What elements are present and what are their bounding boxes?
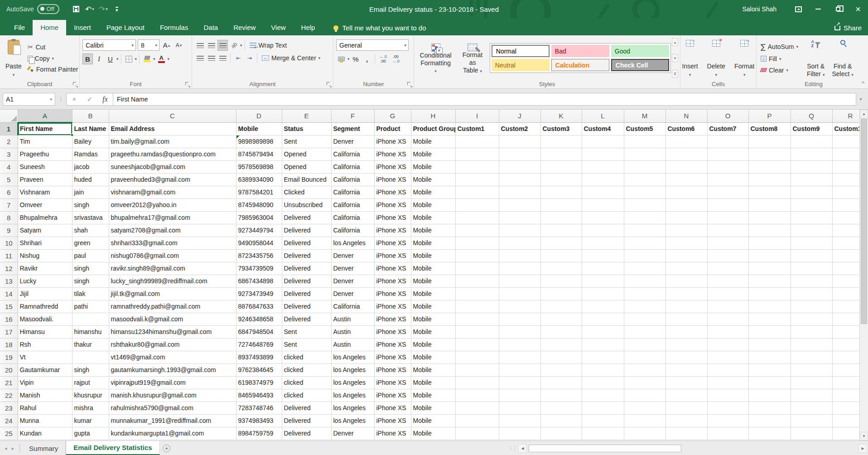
cell-F25[interactable]: Denver bbox=[331, 427, 374, 440]
tell-me-box[interactable]: Tell me what you want to do bbox=[333, 24, 426, 32]
cell-M24[interactable] bbox=[624, 414, 665, 427]
name-box[interactable]: A1▾ bbox=[3, 93, 55, 106]
cell-I4[interactable] bbox=[455, 160, 499, 173]
cell-K3[interactable] bbox=[540, 148, 582, 160]
cell-M11[interactable] bbox=[624, 249, 665, 262]
ribbon-display-options-button[interactable] bbox=[788, 0, 808, 18]
vertical-scroll-thumb[interactable] bbox=[861, 119, 867, 324]
cell-P11[interactable] bbox=[748, 249, 791, 262]
cell-A17[interactable]: Himansu bbox=[18, 325, 72, 338]
cancel-button[interactable]: × bbox=[67, 95, 82, 103]
cell-B15[interactable]: pathi bbox=[72, 300, 109, 313]
cell-O5[interactable] bbox=[707, 173, 748, 186]
cell-K18[interactable] bbox=[540, 338, 582, 351]
row-header-1[interactable]: 1 bbox=[0, 122, 18, 135]
column-header-N[interactable]: N bbox=[665, 110, 707, 122]
cell-F3[interactable]: California bbox=[331, 148, 374, 160]
row-header-18[interactable]: 18 bbox=[0, 338, 18, 351]
cell-F16[interactable]: Austin bbox=[331, 313, 374, 325]
cell-O16[interactable] bbox=[707, 313, 748, 325]
cell-H22[interactable]: Mobile bbox=[411, 389, 455, 402]
cell-D23[interactable]: 7283748746 bbox=[236, 402, 282, 414]
cell-K20[interactable] bbox=[540, 363, 582, 376]
cell-Q13[interactable] bbox=[791, 275, 832, 287]
cell-M4[interactable] bbox=[624, 160, 665, 173]
cell-A12[interactable]: Ravikr bbox=[18, 262, 72, 275]
percent-style-button[interactable]: % bbox=[351, 53, 361, 64]
format-cells-button[interactable]: ↔ Format▾ bbox=[731, 37, 758, 79]
cell-C12[interactable]: ravikr.singh89@gmail.com bbox=[109, 262, 236, 275]
cell-E14[interactable]: Delivered bbox=[282, 287, 331, 300]
undo-button[interactable]: ↶▾ bbox=[84, 3, 96, 15]
column-header-C[interactable]: C bbox=[109, 110, 236, 122]
cell-J16[interactable] bbox=[499, 313, 540, 325]
cell-E1[interactable]: Status bbox=[282, 122, 331, 135]
cell-I21[interactable] bbox=[455, 376, 499, 389]
cell-L3[interactable] bbox=[582, 148, 624, 160]
cell-C20[interactable]: gautamkumarsingh.1993@gmail.com bbox=[109, 363, 236, 376]
cell-style-bad[interactable]: Bad bbox=[551, 45, 609, 57]
ribbon-tab-file[interactable]: File bbox=[6, 20, 33, 35]
row-header-24[interactable]: 24 bbox=[0, 414, 18, 427]
cell-H24[interactable]: Mobile bbox=[411, 414, 455, 427]
row-header-7[interactable]: 7 bbox=[0, 198, 18, 211]
cell-style-good[interactable]: Good bbox=[611, 45, 669, 57]
cell-J9[interactable] bbox=[499, 224, 540, 237]
number-format-select[interactable]: General▾ bbox=[336, 39, 409, 51]
cell-E2[interactable]: Sent bbox=[282, 135, 331, 148]
cell-G16[interactable]: iPhone XS bbox=[374, 313, 411, 325]
column-header-Q[interactable]: Q bbox=[791, 110, 832, 122]
cell-I2[interactable] bbox=[455, 135, 499, 148]
cell-D15[interactable]: 8876847633 bbox=[236, 300, 282, 313]
cell-K17[interactable] bbox=[540, 325, 582, 338]
cell-H18[interactable]: Mobile bbox=[411, 338, 455, 351]
cell-A9[interactable]: Satyam bbox=[18, 224, 72, 237]
collapse-ribbon-button[interactable]: ^ bbox=[862, 80, 864, 87]
cell-N11[interactable] bbox=[665, 249, 707, 262]
cell-B5[interactable]: huded bbox=[72, 173, 109, 186]
cell-H5[interactable]: Mobile bbox=[411, 173, 455, 186]
decrease-indent-button[interactable]: ⇤ bbox=[233, 53, 243, 63]
cell-F7[interactable]: California bbox=[331, 198, 374, 211]
comma-style-button[interactable]: , bbox=[362, 53, 372, 64]
cell-B10[interactable]: green bbox=[72, 237, 109, 249]
redo-button[interactable]: ↷▾ bbox=[97, 3, 109, 15]
cell-D16[interactable]: 9246348658 bbox=[236, 313, 282, 325]
cell-A4[interactable]: Suneesh bbox=[18, 160, 72, 173]
new-sheet-button[interactable]: + bbox=[160, 441, 174, 455]
row-header-10[interactable]: 10 bbox=[0, 237, 18, 249]
font-color-button[interactable]: A bbox=[156, 53, 167, 64]
cell-E7[interactable]: Unsubscribed bbox=[282, 198, 331, 211]
font-size-select[interactable]: 8▾ bbox=[138, 39, 159, 51]
cell-H20[interactable]: Mobile bbox=[411, 363, 455, 376]
cell-E21[interactable]: clicked bbox=[282, 376, 331, 389]
cell-H14[interactable]: Mobile bbox=[411, 287, 455, 300]
cell-K19[interactable] bbox=[540, 351, 582, 363]
column-header-D[interactable]: D bbox=[236, 110, 282, 122]
cell-Q12[interactable] bbox=[791, 262, 832, 275]
cell-E9[interactable]: Delivered bbox=[282, 224, 331, 237]
cell-D17[interactable]: 6847948504 bbox=[236, 325, 282, 338]
cell-K25[interactable] bbox=[540, 427, 582, 440]
cell-Q10[interactable] bbox=[791, 237, 832, 249]
cut-button[interactable]: ✂Cut bbox=[25, 42, 81, 53]
cell-J14[interactable] bbox=[499, 287, 540, 300]
cell-M10[interactable] bbox=[624, 237, 665, 249]
cell-M22[interactable] bbox=[624, 389, 665, 402]
align-center-button[interactable] bbox=[206, 53, 217, 63]
column-header-F[interactable]: F bbox=[331, 110, 374, 122]
cell-I14[interactable] bbox=[455, 287, 499, 300]
cell-K23[interactable] bbox=[540, 402, 582, 414]
cell-F5[interactable]: California bbox=[331, 173, 374, 186]
cell-B24[interactable]: kumar bbox=[72, 414, 109, 427]
cell-M7[interactable] bbox=[624, 198, 665, 211]
cell-G4[interactable]: iPhone XS bbox=[374, 160, 411, 173]
cell-G14[interactable]: iPhone XS bbox=[374, 287, 411, 300]
row-header-22[interactable]: 22 bbox=[0, 389, 18, 402]
cell-F13[interactable]: Denver bbox=[331, 275, 374, 287]
cell-I6[interactable] bbox=[455, 186, 499, 198]
cell-J13[interactable] bbox=[499, 275, 540, 287]
decrease-decimal-button[interactable]: .00→.0 bbox=[390, 54, 402, 64]
cell-I17[interactable] bbox=[455, 325, 499, 338]
cell-I5[interactable] bbox=[455, 173, 499, 186]
